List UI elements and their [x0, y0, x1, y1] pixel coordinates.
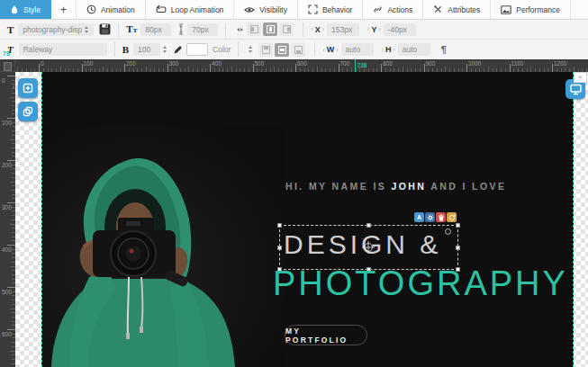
ruler-label: 100: [84, 60, 94, 67]
rotate-handle[interactable]: [445, 228, 451, 235]
settings-element-button[interactable]: [425, 212, 435, 222]
ruler-label: 700: [340, 60, 350, 67]
ruler-tick: [552, 64, 553, 72]
selection-box[interactable]: DESIGN &: [279, 225, 458, 270]
width-field[interactable]: auto: [341, 43, 374, 56]
pos-x-field[interactable]: 153px: [327, 23, 359, 36]
ruler-tick: [7, 118, 15, 119]
pos-y-field[interactable]: -40px: [384, 23, 416, 36]
tab-visibility[interactable]: Visibility: [234, 0, 298, 19]
ruler-tick: [124, 64, 125, 72]
tab-label: Style: [23, 5, 41, 14]
ruler-label: 300: [2, 204, 12, 210]
text-element-button[interactable]: A: [414, 212, 424, 222]
weight-stepper-icon[interactable]: [163, 46, 167, 53]
tab-actions[interactable]: Actions: [363, 0, 423, 19]
ruler-label: 1200: [554, 60, 566, 67]
vertical-ruler[interactable]: 0100200300400500600: [0, 72, 15, 367]
align-right-button[interactable]: [279, 22, 294, 36]
dropdown-stepper-icon[interactable]: [85, 26, 88, 33]
duplicate-element-button[interactable]: [18, 102, 38, 121]
scroll-up-button[interactable]: ^: [574, 72, 587, 83]
canvas-area: HI. MY NAME IS JOHN AND I LOVE A DESIGN …: [15, 72, 588, 367]
font-size-field[interactable]: 80px: [140, 23, 171, 36]
height-field[interactable]: auto: [398, 43, 430, 56]
font-preset-select[interactable]: photography-disp: [18, 23, 94, 36]
intro-name: JOHN: [391, 181, 426, 192]
ruler-tick: [7, 160, 15, 161]
image-icon: [501, 5, 511, 14]
tab-attributes[interactable]: Attributes: [423, 0, 491, 19]
editor-window: Style+AnimationLoop AnimationVisibilityB…: [0, 0, 588, 367]
tab-label: Behavior: [322, 5, 353, 14]
tab-label: Actions: [387, 5, 412, 14]
ruler-tick: [7, 202, 15, 203]
valign-bottom-button[interactable]: [291, 43, 305, 57]
valign-middle-button[interactable]: [275, 43, 289, 57]
selection-handle[interactable]: [277, 223, 282, 228]
tab-loop-animation[interactable]: Loop Animation: [146, 0, 235, 19]
color-swatch[interactable]: [186, 43, 208, 56]
tab-style[interactable]: Style: [0, 0, 51, 19]
clock-icon: [86, 4, 96, 14]
ruler-tick: [7, 329, 15, 330]
valign-top-button[interactable]: [258, 43, 273, 57]
selection-handle[interactable]: [456, 246, 460, 250]
style-panel-row-font: T Raleway B 100 Color W auto H auto ¶: [0, 40, 588, 59]
my-portfolio-button[interactable]: MY PORTFOLIO: [285, 325, 367, 345]
collapse-chevron-icon[interactable]: ‹: [13, 83, 15, 91]
align-center-button[interactable]: [263, 22, 277, 36]
hero-intro-text[interactable]: HI. MY NAME IS JOHN AND I LOVE: [285, 181, 506, 192]
width-label: W: [322, 45, 338, 54]
add-element-button[interactable]: [18, 78, 38, 98]
line-height-field[interactable]: 70px: [187, 23, 218, 36]
ruler-label: 500: [2, 289, 12, 295]
link-icon: [373, 4, 383, 14]
align-left-button[interactable]: [247, 22, 261, 36]
tab-label: Attributes: [448, 5, 480, 14]
cursor-position-value: 738: [357, 62, 367, 68]
rotate-element-button[interactable]: [447, 212, 457, 222]
cursor-position-marker: [355, 59, 356, 72]
add-element-icon: [22, 82, 34, 94]
ruler-label: 800: [383, 60, 393, 67]
intro-prefix: HI. MY NAME IS: [285, 181, 391, 192]
ruler-label: 500: [255, 60, 265, 67]
valign-stepper-icon[interactable]: [249, 46, 252, 53]
font-family-field[interactable]: Raleway: [19, 43, 107, 56]
pos-y-label: Y: [367, 25, 381, 34]
style-panel-row-typography: T photography-disp TT 80px 70px X 153px …: [0, 20, 588, 40]
line-height-icon: [177, 23, 185, 35]
selection-handle[interactable]: [277, 246, 282, 250]
ruler-label: 0: [2, 77, 5, 84]
tab-label: Loop Animation: [171, 5, 224, 14]
ruler-label: 0: [41, 60, 44, 67]
ruler-tick: [7, 76, 15, 76]
selection-handle[interactable]: [456, 223, 460, 228]
ruler-label: 900: [426, 60, 436, 67]
intro-suffix: AND I LOVE: [426, 181, 506, 192]
tab-add[interactable]: +: [51, 0, 77, 19]
tab-animation[interactable]: Animation: [77, 0, 146, 19]
tab-label: +: [60, 4, 67, 16]
tools-icon: [433, 4, 443, 14]
selection-handle[interactable]: [366, 223, 371, 228]
color-label: Color: [213, 45, 231, 54]
ruler-tick: [510, 64, 511, 72]
ruler-tick: [466, 64, 467, 72]
hero-section[interactable]: HI. MY NAME IS JOHN AND I LOVE A DESIGN …: [41, 72, 574, 367]
tab-performance[interactable]: Performance: [491, 0, 571, 19]
duplicate-icon: [22, 105, 34, 118]
font-weight-field[interactable]: 100: [133, 43, 160, 56]
save-preset-button[interactable]: [99, 23, 111, 35]
eyedropper-button[interactable]: [173, 45, 183, 55]
tab-behavior[interactable]: Behavior: [298, 0, 364, 19]
headline-photography[interactable]: PHOTOGRAPHY: [273, 264, 568, 303]
font-preset-icon: T: [7, 23, 14, 36]
delete-element-button[interactable]: [436, 212, 446, 222]
move-crosshair-icon[interactable]: [361, 240, 375, 255]
ruler-label: 1100: [511, 60, 524, 67]
page-origin-icon: [4, 62, 12, 71]
paragraph-icon[interactable]: ¶: [441, 44, 447, 55]
horizontal-ruler[interactable]: 0100200300400500600700800900100011001200…: [0, 59, 588, 72]
